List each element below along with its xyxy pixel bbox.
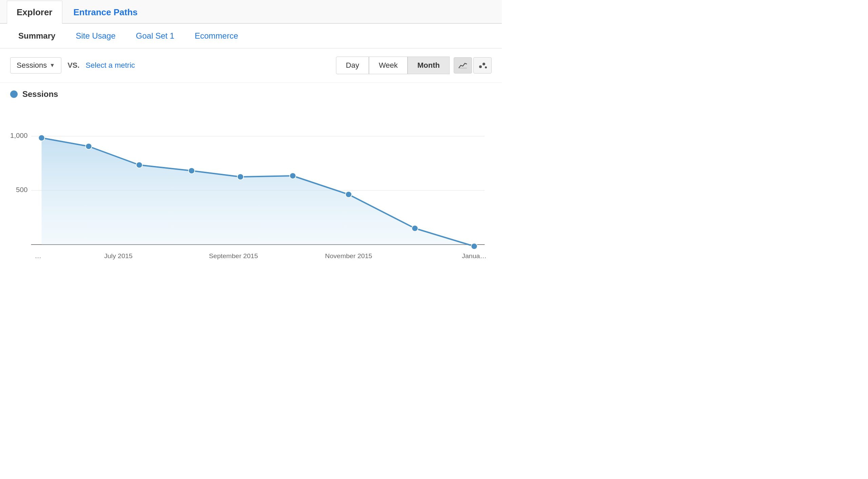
- svg-point-12: [136, 162, 142, 168]
- dropdown-arrow-icon: ▼: [50, 62, 55, 68]
- svg-point-13: [189, 168, 195, 174]
- legend-dot: [10, 90, 18, 98]
- chart-type-line[interactable]: [454, 57, 472, 74]
- top-tab-bar: Explorer Entrance Paths: [0, 0, 502, 24]
- chart-container: Sessions 1,000 500: [0, 83, 502, 282]
- svg-text:500: 500: [16, 186, 27, 193]
- chart-type-buttons: [454, 57, 492, 74]
- svg-text:November 2015: November 2015: [325, 252, 372, 259]
- subtab-ecommerce[interactable]: Ecommerce: [184, 24, 248, 48]
- tab-entrance-paths[interactable]: Entrance Paths: [64, 1, 147, 24]
- svg-text:1,000: 1,000: [10, 132, 27, 139]
- chart-type-scatter[interactable]: [473, 57, 492, 74]
- svg-point-10: [38, 135, 45, 141]
- svg-point-15: [290, 173, 296, 179]
- svg-text:…: …: [35, 252, 42, 259]
- scatter-chart-icon: [478, 61, 487, 70]
- chart-svg: 1,000 500 … July 20: [10, 106, 492, 282]
- chart-area: 1,000 500 … July 20: [10, 106, 492, 282]
- svg-point-14: [237, 174, 244, 180]
- subtab-site-usage[interactable]: Site Usage: [65, 24, 125, 48]
- time-period-day[interactable]: Day: [336, 57, 369, 74]
- svg-point-18: [471, 243, 477, 249]
- chart-legend: Sessions: [10, 89, 492, 99]
- svg-point-16: [346, 191, 352, 197]
- tab-explorer[interactable]: Explorer: [7, 1, 62, 24]
- vs-label: VS.: [67, 61, 79, 70]
- controls-right: Day Week Month: [336, 57, 492, 74]
- svg-text:July 2015: July 2015: [104, 252, 133, 259]
- time-period-week[interactable]: Week: [369, 57, 408, 74]
- subtab-goal-set-1[interactable]: Goal Set 1: [126, 24, 184, 48]
- svg-text:Janua…: Janua…: [462, 252, 487, 259]
- metric-dropdown[interactable]: Sessions ▼: [10, 57, 61, 74]
- svg-point-3: [485, 66, 487, 68]
- svg-point-2: [482, 63, 485, 65]
- svg-point-1: [479, 65, 482, 68]
- svg-point-11: [85, 143, 92, 149]
- svg-marker-9: [42, 138, 474, 246]
- subtab-summary[interactable]: Summary: [8, 24, 65, 48]
- line-chart-icon: [458, 61, 468, 70]
- svg-text:September 2015: September 2015: [209, 252, 258, 259]
- sub-tab-bar: Summary Site Usage Goal Set 1 Ecommerce: [0, 24, 502, 48]
- svg-point-17: [412, 225, 418, 231]
- controls-bar: Sessions ▼ VS. Select a metric Day Week …: [0, 48, 502, 83]
- controls-left: Sessions ▼ VS. Select a metric: [10, 57, 135, 74]
- select-metric-link[interactable]: Select a metric: [86, 61, 135, 70]
- time-period-month[interactable]: Month: [408, 57, 450, 74]
